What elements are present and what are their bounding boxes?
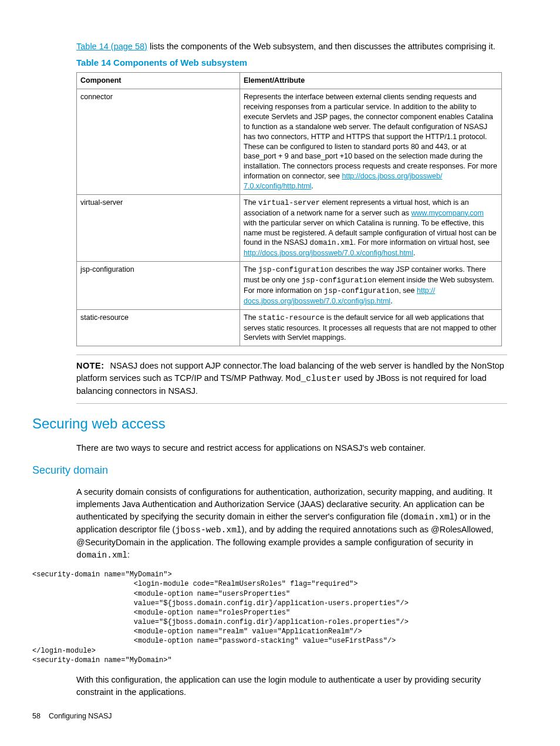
inline-code: jsp-configuration bbox=[258, 266, 333, 274]
host-link[interactable]: http://docs.jboss.org/jbossweb/7.0.x/con… bbox=[244, 249, 413, 257]
inline-code: jsp-configuration bbox=[302, 276, 377, 285]
jsp-link-1[interactable]: http:// bbox=[417, 286, 435, 295]
note-block: NOTE:NSASJ does not support AJP connecto… bbox=[76, 355, 507, 404]
table-row: jsp-configuration The jsp-configuration … bbox=[77, 262, 502, 310]
cell-desc: The virtual-server element represents a … bbox=[240, 194, 502, 261]
cell-desc: Represents the interface between externa… bbox=[240, 89, 502, 195]
table-header-row: Component Element/Attribute bbox=[77, 73, 502, 89]
page-number: 58 bbox=[32, 712, 41, 720]
text: The bbox=[244, 313, 258, 322]
securing-intro: There are two ways to secure and restric… bbox=[76, 442, 507, 454]
inline-code: domain.xml bbox=[403, 512, 454, 522]
table-row: connector Represents the interface betwe… bbox=[77, 89, 502, 195]
table-caption: Table 14 Components of Web subsystem bbox=[76, 57, 507, 69]
jsp-link-2[interactable]: docs.jboss.org/jbossweb/7.0.x/config/jsp… bbox=[244, 297, 390, 305]
cell-component: connector bbox=[77, 89, 240, 195]
code-block: <security-domain name="MyDomain"> <login… bbox=[32, 570, 507, 665]
mycompany-link[interactable]: www.mycompany.com bbox=[411, 209, 484, 217]
text: . bbox=[311, 182, 313, 190]
cell-component: static-resource bbox=[77, 309, 240, 346]
text: : bbox=[127, 550, 130, 559]
th-component: Component bbox=[77, 73, 240, 89]
cell-component: jsp-configuration bbox=[77, 262, 240, 310]
text: . bbox=[413, 249, 415, 257]
intro-paragraph: Table 14 (page 58) lists the components … bbox=[76, 41, 507, 53]
text: , see bbox=[399, 286, 417, 295]
inline-code: jboss-web.xml bbox=[175, 525, 241, 535]
footer-title: Configuring NSASJ bbox=[49, 712, 112, 720]
cell-desc: The static-resource is the default servi… bbox=[240, 309, 502, 346]
cell-desc: The jsp-configuration describes the way … bbox=[240, 262, 502, 310]
text: . For more information on virtual host, … bbox=[354, 238, 490, 247]
th-element: Element/Attribute bbox=[240, 73, 502, 89]
connector-link-2[interactable]: 7.0.x/config/http.html bbox=[244, 182, 311, 190]
inline-code: domain.xml bbox=[76, 551, 127, 560]
after-config-paragraph: With this configuration, the application… bbox=[76, 674, 507, 698]
note-label: NOTE: bbox=[76, 361, 104, 370]
table-row: static-resource The static-resource is t… bbox=[77, 309, 502, 346]
intro-text: lists the components of the Web subsyste… bbox=[147, 42, 495, 51]
text: The bbox=[244, 265, 258, 274]
inline-code: jsp-configuration bbox=[324, 287, 399, 295]
text: Represents the interface between externa… bbox=[244, 93, 497, 180]
inline-code: domain.xml bbox=[310, 239, 354, 247]
table-row: virtual-server The virtual-server elemen… bbox=[77, 194, 502, 261]
text: The bbox=[244, 198, 258, 207]
text: . bbox=[390, 297, 392, 305]
inline-code: Mod_cluster bbox=[285, 374, 342, 383]
heading-securing-web-access: Securing web access bbox=[32, 414, 507, 433]
inline-code: virtual-server bbox=[258, 199, 320, 207]
security-domain-paragraph: A security domain consists of configurat… bbox=[76, 486, 507, 562]
cell-component: virtual-server bbox=[77, 194, 240, 261]
page-footer: 58Configuring NSASJ bbox=[32, 711, 112, 721]
inline-code: static-resource bbox=[258, 314, 325, 322]
components-table: Component Element/Attribute connector Re… bbox=[76, 72, 502, 346]
heading-security-domain: Security domain bbox=[32, 463, 507, 477]
connector-link-1[interactable]: http://docs.jboss.org/jbossweb/ bbox=[342, 172, 442, 180]
table-ref-link[interactable]: Table 14 (page 58) bbox=[76, 42, 147, 51]
